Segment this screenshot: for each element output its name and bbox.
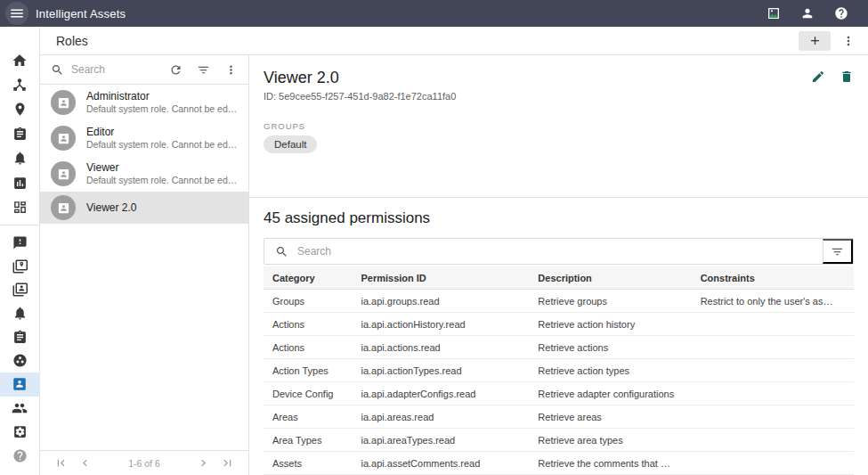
pencil-icon bbox=[811, 70, 825, 84]
location-pin-icon[interactable] bbox=[0, 97, 40, 121]
person-icon bbox=[800, 6, 815, 20]
user-account-button[interactable] bbox=[800, 6, 815, 20]
cell-permission-id: ia.api.assetComments.read bbox=[352, 458, 529, 469]
table-row[interactable]: Groups ia.api.groups.read Retrieve group… bbox=[264, 290, 854, 313]
page-header: Roles bbox=[40, 27, 868, 55]
settings-square-icon[interactable] bbox=[0, 420, 40, 443]
pagination-range-label: 1-6 of 6 bbox=[97, 458, 191, 469]
permissions-heading: 45 assigned permissions bbox=[264, 209, 854, 227]
bell-icon[interactable] bbox=[0, 146, 40, 170]
table-row[interactable]: Device Config ia.api.adapterConfigs.read… bbox=[264, 382, 854, 405]
cell-category: Area Types bbox=[264, 435, 352, 446]
role-detail-header: Viewer 2.0 ID: 5e9cee55-f257-451d-9a82-f… bbox=[249, 55, 868, 198]
icon-rail bbox=[0, 27, 40, 475]
column-header[interactable]: Category bbox=[264, 273, 352, 283]
filter-icon[interactable] bbox=[193, 63, 214, 77]
list-item-viewer[interactable]: Viewer Default system role. Cannot be ed… bbox=[40, 156, 248, 192]
cell-constraints: Restrict to only the user's as… bbox=[692, 296, 854, 307]
column-header[interactable]: Description bbox=[529, 273, 691, 283]
cell-permission-id: ia.api.groups.read bbox=[352, 296, 529, 307]
dashboard-icon[interactable] bbox=[0, 195, 40, 219]
roles-list-panel: Administrator Default system role. Canno… bbox=[40, 55, 249, 475]
first-page-icon[interactable] bbox=[49, 456, 73, 470]
home-icon[interactable] bbox=[0, 48, 40, 72]
device-hub-icon[interactable] bbox=[0, 72, 40, 96]
role-id: ID: 5e9cee55-f257-451d-9a82-f1e72ca11fa0 bbox=[264, 91, 456, 102]
cell-category: Actions bbox=[264, 342, 352, 353]
cell-permission-id: ia.api.areas.read bbox=[352, 412, 529, 422]
cell-description: Retrieve action types bbox=[529, 365, 691, 376]
bar-chart-icon[interactable] bbox=[0, 170, 40, 194]
topbar: Intelligent Assets bbox=[0, 0, 868, 27]
column-header[interactable]: Constraints bbox=[692, 273, 854, 283]
table-row[interactable]: Area Types ia.api.areaTypes.read Retriev… bbox=[264, 429, 854, 452]
person-layers-icon[interactable] bbox=[0, 278, 40, 301]
table-row[interactable]: Areas ia.api.areas.read Retrieve areas bbox=[264, 405, 854, 429]
roles-search-toolbar bbox=[40, 55, 248, 85]
table-header-row: Category Permission ID Description Const… bbox=[264, 266, 854, 290]
previous-page-icon[interactable] bbox=[73, 456, 97, 470]
cell-category: Areas bbox=[264, 412, 352, 422]
cell-description: Retrieve adapter configurations bbox=[529, 389, 691, 399]
column-header[interactable]: Permission ID bbox=[352, 273, 529, 283]
badge-person-icon[interactable] bbox=[0, 373, 40, 396]
bell-icon[interactable] bbox=[0, 302, 40, 325]
role-description: Default system role. Cannot be edited or… bbox=[86, 139, 238, 151]
cell-description: Retrieve actions bbox=[529, 342, 691, 353]
role-name: Viewer bbox=[86, 161, 238, 175]
cell-description: Retrieve action history bbox=[529, 319, 691, 330]
permissions-search-input[interactable] bbox=[297, 245, 812, 258]
hamburger-icon bbox=[9, 5, 25, 21]
groups-section-label: GROUPS bbox=[264, 121, 854, 131]
clipboard-icon[interactable] bbox=[0, 325, 40, 348]
cell-category: Groups bbox=[264, 296, 352, 307]
role-description: Default system role. Cannot be edited or… bbox=[86, 175, 238, 186]
table-row[interactable]: Action Types ia.api.actionTypes.read Ret… bbox=[264, 359, 854, 382]
hamburger-menu-button[interactable] bbox=[5, 2, 28, 25]
cell-category: Device Config bbox=[264, 389, 352, 399]
clipboard-icon[interactable] bbox=[0, 121, 40, 145]
table-row[interactable]: Assets ia.api.assetComments.read Retriev… bbox=[264, 452, 854, 475]
add-role-button[interactable] bbox=[799, 31, 831, 51]
cell-description: Retrieve areas bbox=[529, 412, 691, 422]
role-name: Administrator bbox=[86, 90, 238, 103]
map-layers-icon[interactable] bbox=[0, 255, 40, 278]
avatar bbox=[51, 161, 76, 186]
list-item-editor[interactable]: Editor Default system role. Cannot be ed… bbox=[40, 120, 248, 156]
help-button[interactable] bbox=[834, 6, 848, 20]
permissions-table: Category Permission ID Description Const… bbox=[264, 266, 854, 475]
permissions-search-bar bbox=[264, 238, 854, 265]
cell-description: Retrieve area types bbox=[529, 435, 691, 446]
cell-category: Assets bbox=[264, 458, 352, 469]
next-page-icon[interactable] bbox=[191, 456, 215, 470]
help-icon[interactable] bbox=[0, 444, 40, 468]
last-page-icon[interactable] bbox=[215, 456, 239, 470]
kebab-icon bbox=[841, 34, 856, 48]
cell-permission-id: ia.api.actions.read bbox=[352, 342, 529, 353]
avatar bbox=[51, 195, 76, 220]
permissions-filter-icon[interactable] bbox=[823, 239, 853, 264]
list-kebab-icon[interactable] bbox=[221, 63, 241, 77]
people-icon[interactable] bbox=[0, 397, 40, 420]
delete-role-button[interactable] bbox=[840, 70, 854, 84]
role-title: Viewer 2.0 bbox=[264, 68, 456, 87]
refresh-icon[interactable] bbox=[166, 63, 186, 77]
wheel-icon[interactable] bbox=[0, 349, 40, 373]
cell-permission-id: ia.api.actionTypes.read bbox=[352, 365, 529, 376]
role-name: Viewer 2.0 bbox=[86, 201, 136, 215]
page-title: Roles bbox=[56, 34, 88, 48]
edit-role-button[interactable] bbox=[811, 70, 825, 84]
group-chip[interactable]: Default bbox=[264, 135, 317, 153]
table-row[interactable]: Actions ia.api.actionHistory.read Retrie… bbox=[264, 313, 854, 336]
avatar bbox=[51, 126, 76, 151]
message-alert-icon[interactable] bbox=[0, 231, 40, 254]
trash-icon bbox=[840, 70, 854, 84]
roles-pagination: 1-6 of 6 bbox=[40, 450, 248, 475]
roles-search-input[interactable] bbox=[71, 63, 158, 76]
cell-permission-id: ia.api.actionHistory.read bbox=[352, 319, 529, 330]
cell-description: Retrieve groups bbox=[529, 296, 691, 307]
list-item-viewer-2-0[interactable]: Viewer 2.0 bbox=[40, 192, 248, 224]
table-row[interactable]: Actions ia.api.actions.read Retrieve act… bbox=[264, 336, 854, 359]
list-item-administrator[interactable]: Administrator Default system role. Canno… bbox=[40, 85, 248, 120]
page-menu-button[interactable] bbox=[841, 34, 856, 48]
